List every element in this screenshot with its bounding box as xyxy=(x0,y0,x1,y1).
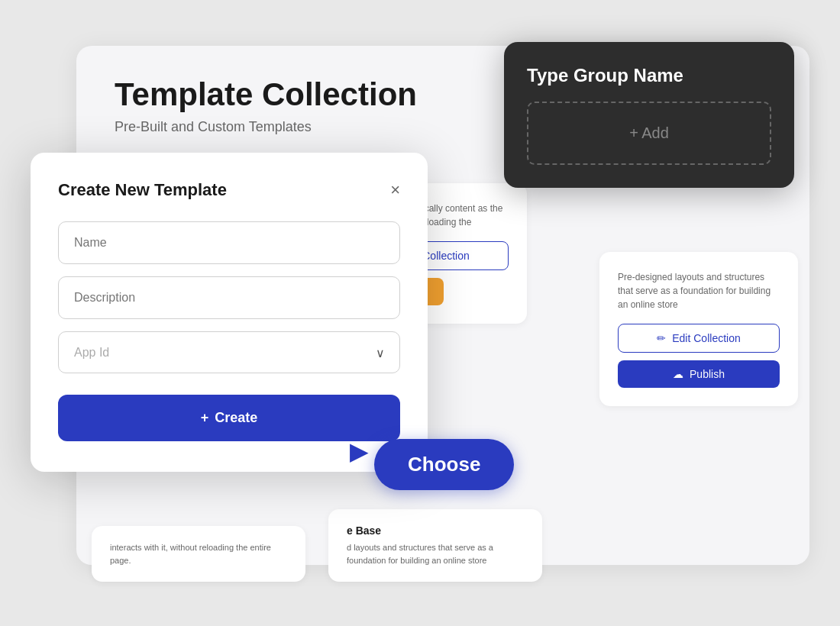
bottom-right-card: e Base d layouts and structures that ser… xyxy=(328,509,542,582)
right-collection-card: Pre-designed layouts and structures that… xyxy=(599,252,798,406)
right-edit-collection-button[interactable]: ✏ Edit Collection xyxy=(618,324,780,353)
add-box[interactable]: + Add xyxy=(527,102,771,165)
type-group-card: Type Group Name + Add xyxy=(504,42,794,188)
plus-icon: + xyxy=(201,410,209,426)
modal-title: Create New Template xyxy=(58,180,227,200)
bottom-left-card: interacts with it, without reloading the… xyxy=(92,526,305,582)
create-label: Create xyxy=(215,410,257,426)
bottom-left-desc: interacts with it, without reloading the… xyxy=(110,541,287,566)
create-template-modal: Create New Template × App Id ∨ + Create xyxy=(31,153,428,472)
cloud-publish-icon: ☁ xyxy=(673,368,683,380)
modal-close-button[interactable]: × xyxy=(390,182,400,198)
pencil-icon-right: ✏ xyxy=(657,332,666,344)
type-group-title: Type Group Name xyxy=(527,65,771,86)
publish-label: Publish xyxy=(690,368,725,380)
arrow-pointer: ▶ xyxy=(350,437,369,466)
publish-button[interactable]: ☁ Publish xyxy=(618,360,780,388)
create-button[interactable]: + Create xyxy=(58,395,400,441)
app-id-select[interactable]: App Id xyxy=(58,331,400,373)
right-card-desc: Pre-designed layouts and structures that… xyxy=(618,270,780,311)
modal-header: Create New Template × xyxy=(58,180,400,200)
right-edit-collection-label: Edit Collection xyxy=(672,332,741,344)
app-id-wrapper: App Id ∨ xyxy=(58,331,400,373)
name-input[interactable] xyxy=(58,221,400,264)
description-input[interactable] xyxy=(58,276,400,319)
choose-button[interactable]: Choose xyxy=(374,439,514,490)
bottom-right-title: e Base xyxy=(347,524,524,537)
bottom-right-desc: d layouts and structures that serve as a… xyxy=(347,541,524,566)
add-box-label: + Add xyxy=(629,124,669,142)
